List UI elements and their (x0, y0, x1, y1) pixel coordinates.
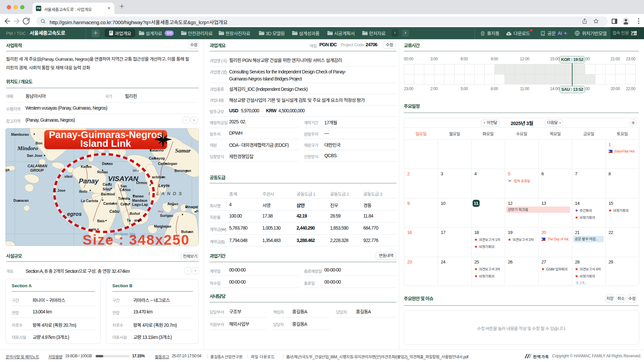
svg-text:Calbayog: Calbayog (149, 156, 165, 160)
svg-text:Bon: Bon (36, 141, 42, 145)
svg-text:Bilra: Bilra (133, 169, 139, 172)
svg-text:Size : 348x250: Size : 348x250 (83, 232, 190, 246)
svg-text:Bacolod: Bacolod (101, 192, 115, 196)
svg-text:Bais: Bais (97, 219, 105, 223)
svg-text:acloban: acloban (152, 175, 165, 179)
svg-text:Canlaon: Canlaon (103, 201, 117, 205)
svg-text:Danao: Danao (133, 194, 144, 198)
svg-text:Danao: Danao (102, 162, 113, 166)
svg-text:ulasi: ulasi (64, 174, 72, 178)
svg-text:Cebu: Cebu (109, 209, 120, 214)
svg-text:Catbalogan: Catbalogan (158, 162, 177, 166)
svg-text:Leyte: Leyte (158, 183, 170, 188)
svg-text:Bohol: Bohol (129, 212, 140, 216)
svg-text:aran: aran (134, 218, 142, 222)
svg-text:Borongan: Borongan (174, 169, 191, 173)
svg-text:Silay: Silay (103, 187, 111, 191)
svg-text:Toledo: Toledo (118, 196, 129, 200)
svg-text:ferry: ferry (158, 210, 164, 213)
svg-text:egros: egros (67, 211, 82, 217)
svg-text:VISAYAN: VISAYAN (108, 175, 139, 182)
svg-text:La Carlota: La Carlota (81, 199, 98, 203)
svg-text:Ta: Ta (127, 218, 131, 222)
svg-text:GROUP: GROUP (30, 168, 44, 172)
svg-text:I LANDS: I LANDS (149, 191, 184, 196)
svg-text:Island Link: Island Link (80, 138, 131, 149)
svg-text:Iloilo: Iloilo (79, 189, 88, 193)
svg-text:Kalibo: Kalibo (81, 165, 92, 169)
svg-text:San Jose: San Jose (27, 154, 42, 158)
svg-text:P: P (196, 209, 198, 214)
svg-text:Mamburao: Mamburao (11, 132, 29, 136)
svg-text:S. Jose: S. Jose (53, 188, 65, 192)
svg-text:Lagu-Lap: Lagu-Lap (132, 202, 148, 206)
svg-text:Cebu: Cebu (120, 202, 129, 206)
svg-text:Anilao: Anilao (167, 202, 178, 206)
svg-text:Panay: Panay (79, 177, 99, 185)
svg-text:Mindoro: Mindoro (17, 145, 38, 152)
svg-text:Mambajao: Mambajao (154, 224, 171, 228)
svg-text:Dumaran: Dumaran (13, 198, 29, 202)
svg-text:Carlos: Carlos (120, 188, 131, 192)
svg-text:Mandaue: Mandaue (132, 198, 148, 202)
svg-text:Dinagat: Dinagat (185, 205, 198, 209)
svg-text:ga: ga (5, 168, 9, 172)
svg-text:Cadiz: Cadiz (103, 182, 112, 186)
svg-text:Samar: Samar (175, 147, 191, 154)
svg-text:CALAMIAN: CALAMIAN (28, 164, 48, 168)
svg-text:Surigao: Surigao (160, 214, 173, 218)
svg-text:uete: uete (89, 227, 97, 231)
svg-text:Roxas: Roxas (97, 170, 108, 174)
